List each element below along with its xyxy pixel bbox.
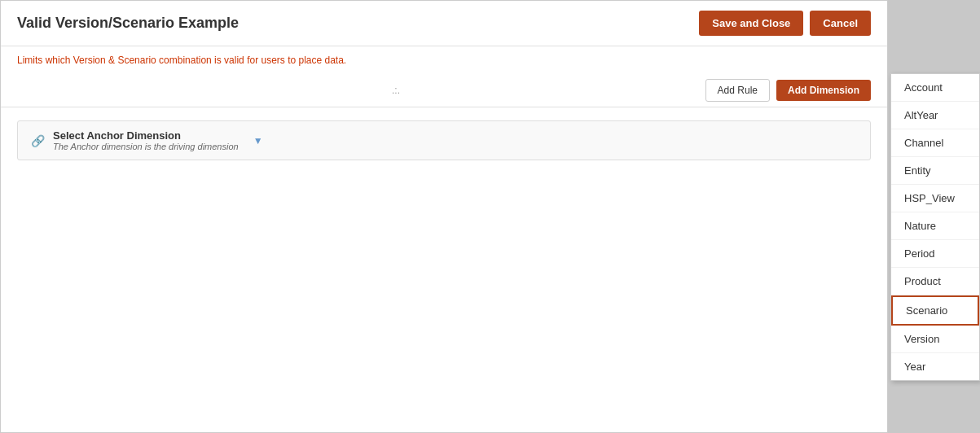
dropdown-item-year[interactable]: Year [891,353,979,380]
modal-subtitle: Limits which Version & Scenario combinat… [1,46,887,74]
modal-container: Valid Version/Scenario Example Save and … [0,0,888,433]
anchor-title: Select Anchor Dimension [53,129,239,142]
anchor-icon: 🔗 [31,134,45,147]
cancel-button[interactable]: Cancel [810,11,871,36]
modal-title: Valid Version/Scenario Example [17,15,239,32]
dropdown-item-product[interactable]: Product [891,268,979,295]
dropdown-item-entity[interactable]: Entity [891,157,979,185]
dropdown-item-account[interactable]: Account [891,74,979,102]
dropdown-item-altyear[interactable]: AltYear [891,102,979,129]
dropdown-item-scenario[interactable]: Scenario [891,295,979,326]
anchor-section: 🔗 Select Anchor Dimension The Anchor dim… [17,120,871,160]
modal-header: Valid Version/Scenario Example Save and … [1,1,887,46]
add-rule-button[interactable]: Add Rule [705,79,770,102]
save-close-button[interactable]: Save and Close [699,11,803,36]
anchor-text-block: Select Anchor Dimension The Anchor dimen… [53,129,239,151]
anchor-subtitle: The Anchor dimension is the driving dime… [53,142,239,151]
toolbar: .:. Add Rule Add Dimension [1,74,887,107]
chevron-down-icon[interactable]: ▼ [253,135,263,147]
dropdown-item-nature[interactable]: Nature [891,212,979,240]
dropdown-item-channel[interactable]: Channel [891,129,979,157]
dropdown-item-version[interactable]: Version [891,326,979,353]
header-buttons: Save and Close Cancel [699,11,871,36]
dropdown-item-hsp-view[interactable]: HSP_View [891,185,979,212]
anchor-row: 🔗 Select Anchor Dimension The Anchor dim… [18,121,870,160]
dropdown-item-period[interactable]: Period [891,240,979,268]
dropdown-panel: AccountAltYearChannelEntityHSP_ViewNatur… [890,73,980,381]
resize-handle: .:. [392,85,400,96]
add-dimension-button[interactable]: Add Dimension [776,80,871,101]
